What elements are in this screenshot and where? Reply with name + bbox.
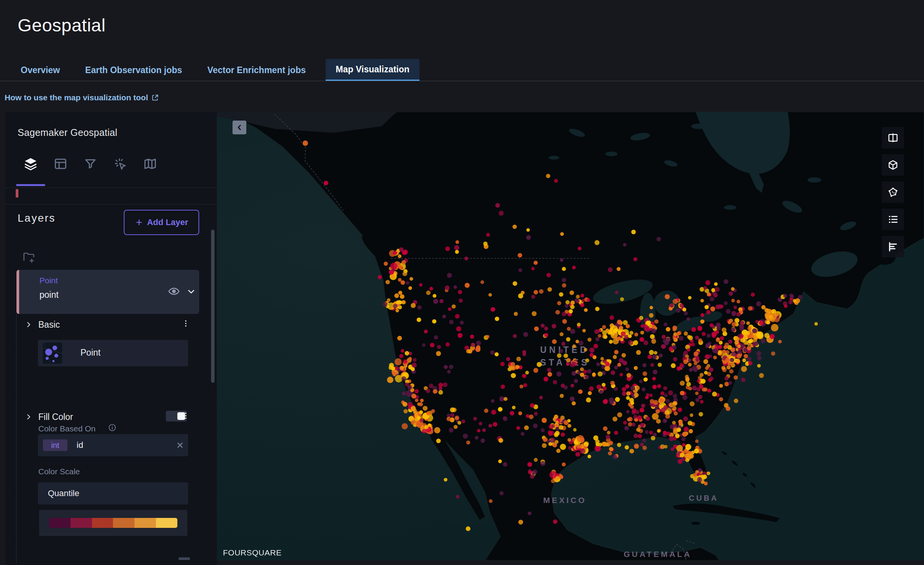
- chevron-right-icon[interactable]: [25, 413, 33, 421]
- add-layer-label: Add Layer: [147, 217, 188, 227]
- color-scale-value: Quantile: [48, 488, 79, 498]
- chevron-right-icon[interactable]: [25, 320, 33, 329]
- color-based-on-field[interactable]: int id: [38, 434, 188, 456]
- tab-bar: Overview Earth Observation jobs Vector E…: [15, 59, 419, 81]
- color-ramp-selector[interactable]: [39, 510, 187, 536]
- draw-polygon-icon: [887, 186, 899, 198]
- point-type-label: Point: [80, 348, 100, 358]
- tab-earth-observation-jobs[interactable]: Earth Observation jobs: [80, 59, 187, 81]
- tab-vector-enrichment-jobs[interactable]: Vector Enrichment jobs: [202, 59, 311, 81]
- active-tab-underline: [16, 184, 45, 186]
- cube-3d-icon: [887, 159, 899, 171]
- map-attribution: FOURSQUARE: [223, 548, 282, 557]
- field-type-badge: int: [43, 439, 67, 451]
- plus-icon: [135, 218, 143, 227]
- map-control-stack: [882, 127, 904, 257]
- page-title: Geospatial: [18, 15, 106, 36]
- layers-tab-icon[interactable]: [24, 157, 38, 171]
- kebab-menu-icon[interactable]: [182, 319, 190, 330]
- panel-horizontal-scrollbar[interactable]: [179, 557, 190, 560]
- color-based-on-label: Color Based On: [38, 424, 95, 433]
- panel-title: Sagemaker Geospatial: [18, 127, 117, 138]
- add-folder-icon[interactable]: [22, 250, 36, 264]
- point-type-thumbnail: [43, 343, 62, 364]
- 3d-view-button[interactable]: [882, 154, 904, 176]
- basemap-tab-icon[interactable]: [143, 157, 157, 171]
- panel-divider: [5, 188, 217, 188]
- split-map-icon: [887, 132, 899, 144]
- layers-heading: Layers: [18, 212, 56, 224]
- content-area: Sagemaker Geospatial Layers Ad: [0, 112, 924, 565]
- chevron-left-icon: [235, 123, 244, 132]
- visibility-eye-icon[interactable]: [168, 285, 180, 297]
- panel-nav: [24, 157, 157, 171]
- panel-collapse-button[interactable]: [233, 121, 246, 134]
- sagemaker-geospatial-panel: Sagemaker Geospatial Layers Ad: [5, 112, 217, 565]
- kebab-menu-icon[interactable]: [182, 412, 190, 422]
- chevron-down-icon[interactable]: [186, 287, 196, 297]
- tab-map-visualization[interactable]: Map Visualization: [326, 59, 419, 81]
- tabbar-divider: [0, 81, 924, 81]
- panel-divider: [5, 204, 217, 204]
- clear-field-icon[interactable]: [176, 441, 184, 449]
- dataset-color-tick: [16, 189, 18, 198]
- layer-dataset-name: point: [39, 290, 59, 300]
- external-link-icon: [151, 94, 159, 101]
- point-type-selector[interactable]: Point: [38, 340, 188, 366]
- legend-list-icon: [887, 214, 899, 225]
- basic-section-label: Basic: [38, 320, 60, 330]
- panel-vertical-scrollbar[interactable]: [211, 230, 215, 383]
- draw-polygon-button[interactable]: [882, 181, 904, 203]
- layer-card-point[interactable]: Point point: [16, 270, 199, 314]
- add-layer-button[interactable]: Add Layer: [124, 210, 199, 235]
- field-value: id: [77, 440, 83, 450]
- layer-guide-line: [16, 314, 16, 563]
- point-layer-canvas[interactable]: [217, 112, 924, 560]
- color-ramp: [49, 518, 177, 528]
- color-scale-label: Color Scale: [38, 467, 80, 476]
- fill-color-section-header: Fill Color: [25, 411, 199, 423]
- map-canvas-area[interactable]: UNITED STATES MEXICO CUBA GUATEMALA: [217, 112, 924, 560]
- basic-section-header: Basic: [25, 318, 199, 331]
- info-icon[interactable]: [108, 423, 116, 432]
- tab-overview[interactable]: Overview: [15, 59, 65, 81]
- layer-name: Point: [39, 276, 58, 285]
- fill-color-section-label: Fill Color: [38, 412, 73, 422]
- split-map-button[interactable]: [882, 127, 904, 149]
- filter-tab-icon[interactable]: [84, 157, 97, 171]
- layer-order-button[interactable]: [882, 236, 904, 257]
- scale-bars-icon: [887, 241, 899, 252]
- legend-button[interactable]: [882, 209, 904, 230]
- panels-tab-icon[interactable]: [54, 157, 67, 171]
- help-link[interactable]: How to use the map visualization tool: [5, 93, 159, 102]
- color-scale-select[interactable]: Quantile: [38, 482, 188, 505]
- help-link-label: How to use the map visualization tool: [5, 93, 148, 102]
- interaction-tab-icon[interactable]: [113, 157, 127, 171]
